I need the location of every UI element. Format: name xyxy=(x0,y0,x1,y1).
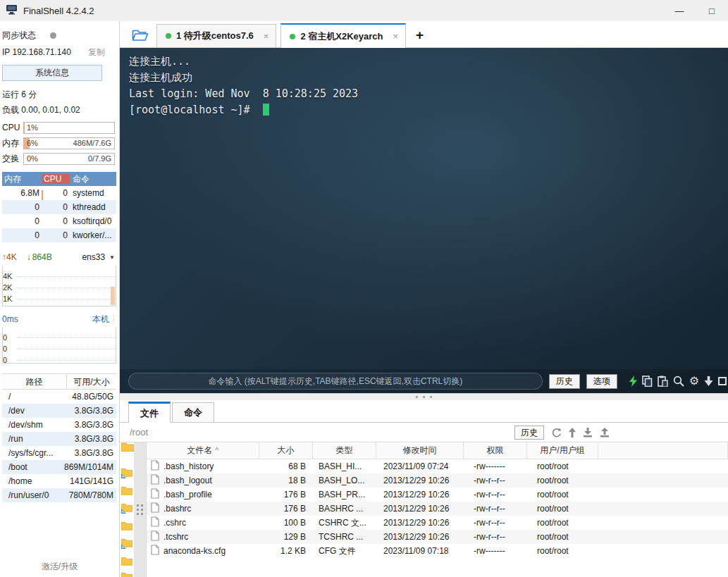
folder-icon[interactable] xyxy=(121,521,132,533)
uptime-label: 运行 6 分 xyxy=(2,87,116,101)
process-table-header[interactable]: 内存CPU命令 xyxy=(2,172,116,186)
disk-path: /dev/shm xyxy=(2,420,64,430)
open-connections-button[interactable] xyxy=(128,24,152,45)
process-column-header[interactable]: 命令 xyxy=(70,173,116,185)
folder-icon[interactable] xyxy=(121,468,132,479)
window-mode-icon[interactable] xyxy=(718,377,727,385)
file-column-header[interactable]: 大小 xyxy=(259,442,313,459)
process-column-header[interactable]: CPU xyxy=(42,174,70,184)
tab-close-icon[interactable]: × xyxy=(393,31,398,42)
horizontal-splitter[interactable] xyxy=(120,393,728,400)
process-row[interactable]: 00kworker/... xyxy=(2,228,116,242)
ping-latency-label: 0ms xyxy=(2,314,18,324)
process-row[interactable]: 00kthreadd xyxy=(2,200,116,214)
history-button[interactable]: 历史 xyxy=(549,374,580,389)
process-cpu: 0 xyxy=(42,230,70,240)
folder-icon[interactable] xyxy=(121,503,132,514)
parent-directory-icon[interactable] xyxy=(569,428,576,438)
terminal-output: 连接主机...连接主机成功Last login: Wed Nov 8 10:28… xyxy=(120,48,728,118)
terminal-tab-bar: 1 待升级centos7.6 × 2 宿主机X2Keyarch × + xyxy=(120,21,728,48)
path-history-button[interactable]: 历史 xyxy=(514,426,544,440)
disk-row[interactable]: /run3.8G/3.8G xyxy=(2,432,116,446)
drag-handle-icon[interactable]: ⋮⋮ xyxy=(111,316,116,323)
disk-row[interactable]: /dev3.8G/3.8G xyxy=(2,404,116,418)
system-info-button[interactable]: 系统信息 xyxy=(2,65,102,81)
process-column-header[interactable]: 内存 xyxy=(2,173,42,185)
interface-select[interactable]: ens33 xyxy=(82,252,105,262)
disk-size-header[interactable]: 可用/大小 xyxy=(67,374,116,390)
disk-row[interactable]: /dev/shm3.8G/3.8G xyxy=(2,418,116,432)
file-column-header[interactable]: 修改时间 xyxy=(376,442,464,459)
refresh-icon[interactable] xyxy=(551,428,562,438)
disk-path: /sys/fs/cgr... xyxy=(2,448,64,458)
file-table-header[interactable]: 文件名^大小类型修改时间权限用户/用户组 xyxy=(147,442,728,459)
terminal[interactable]: 连接主机...连接主机成功Last login: Wed Nov 8 10:28… xyxy=(120,48,728,393)
new-tab-button[interactable]: + xyxy=(416,27,424,43)
file-permissions: -rw-r--r-- xyxy=(464,518,527,528)
process-row[interactable]: 6.8M0systemd xyxy=(2,186,116,200)
upload-file-icon[interactable] xyxy=(600,428,610,438)
copy-icon[interactable] xyxy=(642,376,653,387)
activate-upgrade-link[interactable]: 激活/升级 xyxy=(0,561,119,573)
folder-icon[interactable] xyxy=(121,557,132,568)
file-column-header[interactable]: 用户/用户组 xyxy=(527,442,598,459)
terminal-prompt-line: [root@localhost ~]# xyxy=(129,102,728,118)
terminal-tab-2[interactable]: 2 宿主机X2Keyarch × xyxy=(280,23,406,48)
scroll-down-icon[interactable] xyxy=(704,376,713,387)
terminal-tab-1[interactable]: 1 待升级centos7.6 × xyxy=(156,24,276,47)
download-file-icon[interactable] xyxy=(583,428,593,438)
file-row[interactable]: .bashrc176 BBASHRC ...2013/12/29 10:26-r… xyxy=(147,502,728,516)
process-row[interactable]: 00ksoftirqd/0 xyxy=(2,214,116,228)
file-row[interactable]: .bash_logout18 BBASH_LO...2013/12/29 10:… xyxy=(147,473,728,488)
file-row[interactable]: .bash_history68 BBASH_HI...2023/11/09 07… xyxy=(147,459,728,473)
meter-label: 内存 xyxy=(2,137,23,149)
meter-bar: 6%486M/7.6G xyxy=(23,137,115,149)
file-size: 100 B xyxy=(259,518,313,528)
file-row[interactable]: .cshrc100 BCSHRC 文...2013/12/29 10:26-rw… xyxy=(147,516,728,530)
disk-row[interactable]: /sys/fs/cgr...3.8G/3.8G xyxy=(2,446,116,460)
file-column-header[interactable]: 权限 xyxy=(464,442,527,459)
disk-row[interactable]: /boot869M/1014M xyxy=(2,460,116,474)
paste-icon[interactable] xyxy=(658,376,668,387)
root-folder-icon[interactable] xyxy=(121,442,134,454)
file-row[interactable]: .bash_profile176 BBASH_PR...2013/12/29 1… xyxy=(147,488,728,502)
directory-tree[interactable] xyxy=(120,442,134,577)
file-size: 1.2 KB xyxy=(259,546,313,556)
file-table: 文件名^大小类型修改时间权限用户/用户组 .bash_history68 BBA… xyxy=(146,442,728,577)
search-icon[interactable] xyxy=(673,376,684,387)
file-row[interactable]: .tcshrc129 BTCSHRC ...2013/12/29 10:26-r… xyxy=(147,530,728,544)
folder-icon[interactable] xyxy=(121,538,132,550)
ping-target-label[interactable]: 本机 xyxy=(92,314,109,325)
file-type: BASH_LO... xyxy=(313,476,376,485)
folder-icon[interactable] xyxy=(121,486,132,497)
disk-path: /dev xyxy=(2,406,64,416)
file-icon xyxy=(151,488,159,501)
disk-row[interactable]: /run/user/0780M/780M xyxy=(2,488,116,502)
file-name-cell: .bash_history xyxy=(147,460,259,473)
vertical-splitter[interactable] xyxy=(134,442,146,577)
file-modified: 2023/11/09 07:18 xyxy=(376,546,464,556)
network-line xyxy=(17,276,116,277)
maximize-button[interactable]: □ xyxy=(696,0,728,21)
tab-commands[interactable]: 命令 xyxy=(172,402,214,422)
minimize-button[interactable]: — xyxy=(663,0,696,21)
disk-table-header[interactable]: 路径 可用/大小 xyxy=(2,373,116,390)
tab-close-icon[interactable]: × xyxy=(264,31,269,42)
disk-path-header[interactable]: 路径 xyxy=(2,374,67,389)
disk-row[interactable]: /48.8G/50G xyxy=(2,390,116,404)
file-row[interactable]: anaconda-ks.cfg1.2 KBCFG 文件2023/11/09 07… xyxy=(147,544,728,558)
network-graph: 4K2K1K xyxy=(2,266,116,306)
tab-files[interactable]: 文件 xyxy=(128,402,171,423)
command-input[interactable] xyxy=(128,373,543,390)
copy-ip-link[interactable]: 复制 xyxy=(88,46,105,58)
file-column-header[interactable]: 文件名^ xyxy=(147,442,259,459)
settings-gear-icon[interactable]: ⚙ xyxy=(689,376,699,387)
file-column-header[interactable]: 类型 xyxy=(313,442,376,459)
path-input[interactable]: /root xyxy=(130,427,514,438)
options-button[interactable]: 选项 xyxy=(586,374,617,389)
meter-detail: 486M/7.6G xyxy=(73,139,111,147)
disk-row[interactable]: /home141G/141G xyxy=(2,474,116,488)
connection-power-icon[interactable] xyxy=(629,376,637,387)
chevron-down-icon[interactable]: ▼ xyxy=(109,254,115,261)
folder-icon[interactable] xyxy=(121,572,132,577)
